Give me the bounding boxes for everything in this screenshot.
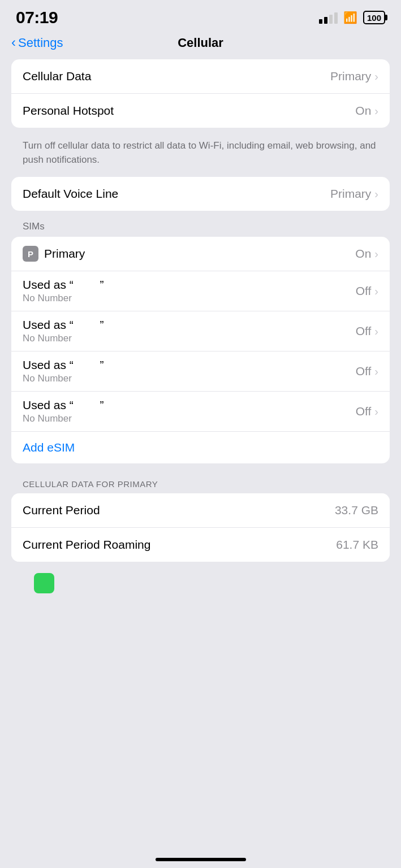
default-voice-card: Default Voice Line Primary › — [11, 177, 390, 211]
sim-row-1-value: Off › — [356, 324, 378, 338]
wifi-icon: 📶 — [343, 11, 357, 24]
add-esim-label: Add eSIM — [23, 441, 75, 454]
sim-primary-label: P Primary — [23, 246, 85, 262]
sims-section-header: SIMs — [11, 216, 390, 237]
default-voice-label: Default Voice Line — [23, 187, 118, 201]
cellular-data-value: Primary › — [330, 70, 378, 83]
sim-row-1-chevron-icon: › — [374, 325, 378, 338]
add-esim-row[interactable]: Add eSIM — [11, 431, 390, 463]
sim-row-1[interactable]: Used as “ ” No Number Off › — [11, 311, 390, 351]
sim-row-0-value: Off › — [356, 284, 378, 298]
cellular-data-chevron-icon: › — [374, 70, 378, 83]
current-period-roaming-label: Current Period Roaming — [23, 538, 150, 552]
home-indicator — [156, 858, 246, 861]
sim-row-1-name: Used as “ ” — [23, 318, 104, 332]
cellular-main-card: Cellular Data Primary › Personal Hotspot… — [11, 59, 390, 128]
cellular-data-row[interactable]: Cellular Data Primary › — [11, 59, 390, 94]
back-chevron-icon: ‹ — [11, 34, 16, 50]
personal-hotspot-row[interactable]: Personal Hotspot On › — [11, 94, 390, 128]
page-title: Cellular — [178, 36, 223, 50]
default-voice-row[interactable]: Default Voice Line Primary › — [11, 177, 390, 211]
back-label: Settings — [18, 36, 63, 50]
bottom-app-row — [11, 567, 390, 599]
status-time: 07:19 — [16, 8, 58, 27]
cellular-data-label: Cellular Data — [23, 70, 91, 83]
signal-bars-icon — [319, 11, 338, 24]
status-bar: 07:19 📶 100 — [0, 0, 401, 32]
current-period-label: Current Period — [23, 504, 100, 517]
cellular-description: Turn off cellular data to restrict all d… — [11, 133, 390, 177]
sim-row-3[interactable]: Used as “ ” No Number Off › — [11, 392, 390, 431]
status-icons: 📶 100 — [319, 11, 385, 24]
current-period-row[interactable]: Current Period 33.7 GB — [11, 493, 390, 528]
current-period-roaming-row[interactable]: Current Period Roaming 61.7 KB — [11, 528, 390, 562]
cellular-data-stats-card: Current Period 33.7 GB Current Period Ro… — [11, 493, 390, 562]
sim-primary-name: Primary — [44, 247, 85, 261]
sim-row-1-number: No Number — [23, 333, 104, 344]
sim-primary-row[interactable]: P Primary On › — [11, 237, 390, 271]
default-voice-chevron-icon: › — [374, 188, 378, 201]
sim-row-3-chevron-icon: › — [374, 405, 378, 418]
sim-row-2-value: Off › — [356, 364, 378, 378]
content-area: Cellular Data Primary › Personal Hotspot… — [0, 59, 401, 599]
sim-primary-icon: P — [23, 246, 38, 262]
battery-icon: 100 — [363, 11, 385, 24]
sim-row-0-number: No Number — [23, 293, 104, 304]
sim-primary-chevron-icon: › — [374, 248, 378, 261]
nav-bar: ‹ Settings Cellular — [0, 32, 401, 59]
sim-row-2[interactable]: Used as “ ” No Number Off › — [11, 351, 390, 392]
sim-row-3-value: Off › — [356, 405, 378, 418]
app-icon-green — [34, 573, 54, 593]
sim-row-2-chevron-icon: › — [374, 365, 378, 378]
sim-row-2-name: Used as “ ” — [23, 358, 104, 372]
personal-hotspot-chevron-icon: › — [374, 105, 378, 118]
cellular-data-section-header: CELLULAR DATA FOR PRIMARY — [11, 469, 390, 493]
sim-row-3-name: Used as “ ” — [23, 398, 104, 412]
sim-row-2-number: No Number — [23, 373, 104, 384]
personal-hotspot-value: On › — [355, 104, 378, 118]
current-period-value: 33.7 GB — [335, 504, 378, 517]
sim-row-3-number: No Number — [23, 413, 104, 424]
sims-card: P Primary On › Used as “ ” No Number Off… — [11, 237, 390, 463]
personal-hotspot-label: Personal Hotspot — [23, 104, 114, 118]
current-period-roaming-value: 61.7 KB — [336, 538, 378, 552]
sim-row-0[interactable]: Used as “ ” No Number Off › — [11, 271, 390, 311]
sim-primary-value: On › — [355, 247, 378, 261]
sim-row-0-chevron-icon: › — [374, 285, 378, 298]
default-voice-value: Primary › — [330, 187, 378, 201]
back-button[interactable]: ‹ Settings — [11, 35, 63, 50]
sim-row-0-name: Used as “ ” — [23, 278, 104, 292]
